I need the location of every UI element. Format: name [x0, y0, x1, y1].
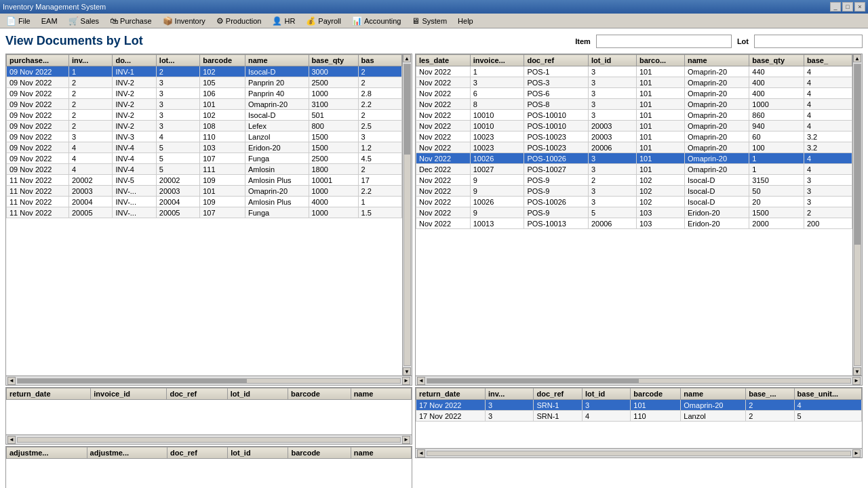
table-row[interactable]: 09 Nov 20224INV-45111Amlosin18002 — [7, 164, 402, 175]
col-base-qty-right[interactable]: base_qty — [749, 55, 804, 66]
table-row[interactable]: 09 Nov 20222INV-23101Omaprin-2031002.2 — [7, 99, 402, 110]
table-row[interactable]: 09 Nov 20223INV-34110Lanzol15003 — [7, 131, 402, 142]
menu-sales[interactable]: 🛒 Sales — [64, 14, 104, 28]
right-main-hscroll[interactable]: ◄ ► — [416, 375, 862, 385]
hscroll-thumb[interactable] — [18, 379, 247, 383]
close-button[interactable]: × — [854, 2, 865, 12]
col-rr-base[interactable]: base_... — [746, 388, 794, 400]
table-row[interactable]: 09 Nov 20222INV-23108Lefex8002.5 — [7, 121, 402, 131]
vscroll-down-btn[interactable]: ▼ — [403, 367, 411, 375]
minimize-button[interactable]: _ — [830, 2, 841, 12]
left-main-vscroll[interactable]: ▲ ▼ — [402, 54, 412, 375]
left-main-hscroll[interactable]: ◄ ► — [6, 375, 412, 385]
table-row[interactable]: 11 Nov 202220002INV-520002109Amlosin Plu… — [7, 175, 402, 186]
col-base-qty[interactable]: base_qty — [309, 55, 358, 66]
left-adjustments-table-wrapper[interactable]: adjustme... adjustme... doc_ref lot_id b… — [6, 447, 412, 488]
vscroll-thumb[interactable] — [404, 64, 410, 155]
col-adj-barcode[interactable]: barcode — [288, 447, 351, 459]
right-main-table-wrapper[interactable]: les_date invoice... doc_ref lot_id barco… — [416, 54, 852, 375]
col-base-right[interactable]: base_ — [804, 55, 852, 66]
col-barcode2[interactable]: barcode — [288, 388, 351, 400]
col-barcode[interactable]: barcode — [200, 55, 245, 66]
table-row[interactable]: 17 Nov 20223SRN-14110Lanzol25 — [416, 411, 862, 422]
col-lot[interactable]: lot... — [156, 55, 199, 66]
table-row[interactable]: 09 Nov 20224INV-45103Eridon-2015001.2 — [7, 142, 402, 153]
col-rr-return-date[interactable]: return_date — [416, 388, 486, 400]
table-row[interactable]: 17 Nov 20223SRN-13101Omaprin-2024 — [416, 400, 862, 411]
menu-purchase[interactable]: 🛍 Purchase — [105, 14, 156, 28]
table-row[interactable]: Nov 20228POS-83101Omaprin-2010004 — [416, 99, 852, 110]
col-adjustment1[interactable]: adjustme... — [7, 447, 87, 459]
hscroll-right-btn[interactable]: ► — [402, 377, 410, 385]
col-doc-ref-right[interactable]: doc_ref — [524, 55, 588, 66]
vscroll-up-btn[interactable]: ▲ — [403, 54, 411, 62]
right-returns-hscroll[interactable]: ◄ ► — [416, 448, 862, 458]
menu-payroll[interactable]: 💰 Payroll — [301, 14, 346, 28]
menu-hr[interactable]: 👤 HR — [267, 14, 300, 28]
table-row[interactable]: 09 Nov 20222INV-23105Panprin 2025002 — [7, 77, 402, 88]
col-rr-lot-id[interactable]: lot_id — [582, 388, 630, 400]
menu-file[interactable]: 📄 File — [1, 14, 35, 28]
table-row[interactable]: Nov 202210026POS-100263101Omaprin-2014 — [416, 153, 852, 164]
col-purchase-date[interactable]: purchase... — [7, 55, 69, 66]
menu-accounting[interactable]: 📊 Accounting — [347, 14, 406, 28]
right-main-vscroll[interactable]: ▲ ▼ — [852, 54, 862, 375]
table-row[interactable]: Nov 202210023POS-1002320003101Omaprin-20… — [416, 131, 852, 142]
col-rr-base-unit[interactable]: base_unit... — [794, 388, 861, 400]
table-row[interactable]: 09 Nov 20222INV-23106Panprin 4010002.8 — [7, 88, 402, 99]
col-bas[interactable]: bas — [358, 55, 401, 66]
col-invoice-right[interactable]: invoice... — [470, 55, 524, 66]
col-sales-date[interactable]: les_date — [416, 55, 471, 66]
right-returns-table-wrapper[interactable]: return_date inv... doc_ref lot_id barcod… — [416, 388, 862, 448]
table-row[interactable]: 09 Nov 20222INV-23102Isocal-D5012 — [7, 110, 402, 121]
table-row[interactable]: 09 Nov 20221INV-12102Isocal-D30002 — [7, 66, 402, 77]
col-lot-id[interactable]: lot_id — [227, 388, 288, 400]
menu-production[interactable]: ⚙ Production — [212, 14, 267, 28]
col-name-right[interactable]: name — [684, 55, 749, 66]
left-returns-table-wrapper[interactable]: return_date invoice_id doc_ref lot_id ba… — [6, 388, 412, 434]
menu-system[interactable]: 🖥 System — [407, 14, 452, 28]
table-row[interactable]: Nov 20221POS-13101Omaprin-204404 — [416, 66, 852, 77]
col-adj-name[interactable]: name — [351, 447, 411, 459]
menu-inventory[interactable]: 📦 Inventory — [158, 14, 210, 28]
table-row[interactable]: Nov 202210013POS-1001320006103Eridon-202… — [416, 218, 852, 229]
col-return-date[interactable]: return_date — [7, 388, 91, 400]
table-row[interactable]: Nov 202210010POS-100103101Omaprin-208604 — [416, 110, 852, 121]
col-inv[interactable]: inv... — [68, 55, 112, 66]
col-adj-lot-id[interactable]: lot_id — [228, 447, 288, 459]
table-row[interactable]: Nov 202210026POS-100263102Isocal-D203 — [416, 197, 852, 207]
menu-eam[interactable]: EAM — [37, 15, 62, 27]
table-row[interactable]: Nov 202210010POS-1001020003101Omaprin-20… — [416, 121, 852, 131]
table-row[interactable]: Dec 202210027POS-100273101Omaprin-2014 — [416, 164, 852, 175]
col-doc[interactable]: do... — [113, 55, 156, 66]
table-row[interactable]: 09 Nov 20224INV-45107Funga25004.5 — [7, 153, 402, 164]
table-row[interactable]: 11 Nov 202220003INV-...20003101Omaprin-2… — [7, 186, 402, 197]
col-rr-inv[interactable]: inv... — [486, 388, 534, 400]
table-row[interactable]: Nov 20223POS-33101Omaprin-204004 — [416, 77, 852, 88]
table-row[interactable]: 11 Nov 202220004INV-...20004109Amlosin P… — [7, 197, 402, 207]
col-barco-right[interactable]: barco... — [636, 55, 684, 66]
col-name[interactable]: name — [245, 55, 309, 66]
table-row[interactable]: Nov 20229POS-92102Isocal-D31503 — [416, 175, 852, 186]
maximize-button[interactable]: □ — [842, 2, 853, 12]
col-rr-doc-ref[interactable]: doc_ref — [534, 388, 582, 400]
returns-hscroll[interactable]: ◄ ► — [6, 434, 412, 444]
col-rr-barcode[interactable]: barcode — [631, 388, 681, 400]
item-filter-input[interactable] — [596, 35, 732, 48]
left-main-table-wrapper[interactable]: purchase... inv... do... lot... barcode … — [6, 54, 402, 375]
col-name2[interactable]: name — [351, 388, 411, 400]
col-invoice-id[interactable]: invoice_id — [91, 388, 167, 400]
table-row[interactable]: Nov 20226POS-63101Omaprin-204004 — [416, 88, 852, 99]
col-doc-ref[interactable]: doc_ref — [167, 388, 227, 400]
table-row[interactable]: Nov 20229POS-95103Eridon-2015002 — [416, 207, 852, 218]
col-adj-doc-ref[interactable]: doc_ref — [167, 447, 228, 459]
hscroll-left-btn[interactable]: ◄ — [7, 377, 16, 385]
col-lot-id-right[interactable]: lot_id — [588, 55, 636, 66]
col-adjustment2[interactable]: adjustme... — [87, 447, 167, 459]
table-row[interactable]: 11 Nov 202220005INV-...20005107Funga1000… — [7, 207, 402, 218]
table-row[interactable]: Nov 20229POS-93102Isocal-D503 — [416, 186, 852, 197]
lot-filter-input[interactable] — [754, 35, 863, 48]
col-rr-name[interactable]: name — [681, 388, 746, 400]
table-row[interactable]: Nov 202210023POS-1002320006101Omaprin-20… — [416, 142, 852, 153]
menu-help[interactable]: Help — [453, 15, 478, 27]
